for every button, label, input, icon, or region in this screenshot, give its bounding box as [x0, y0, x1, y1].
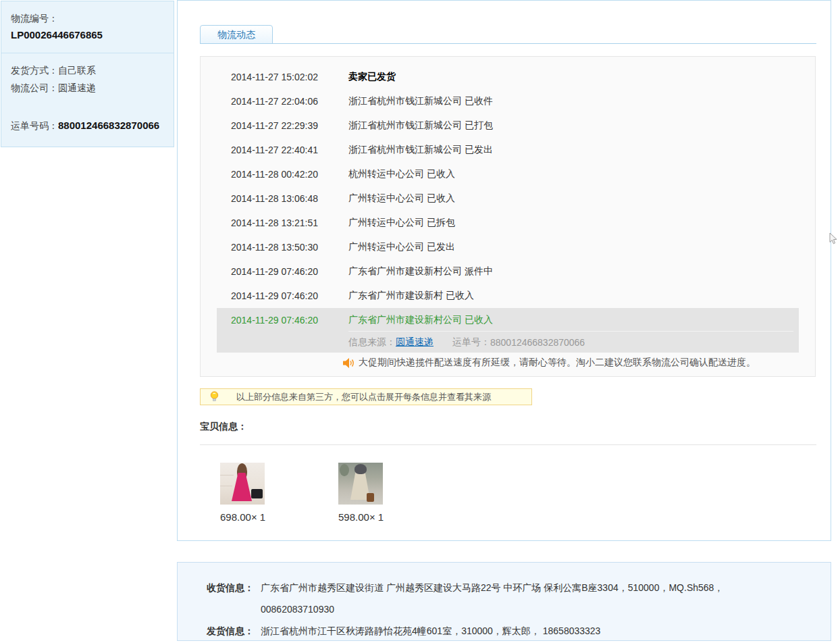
tracking-row[interactable]: 2014-11-28 13:50:30 广州转运中心公司 已发出	[201, 235, 815, 259]
event-status: 浙江省杭州市钱江新城公司 已收件	[348, 95, 493, 107]
event-time: 2014-11-27 22:29:39	[231, 120, 348, 131]
product-price-qty: 598.00× 1	[338, 511, 402, 523]
event-time: 2014-11-28 13:50:30	[231, 242, 348, 253]
event-time: 2014-11-29 07:46:20	[231, 266, 348, 277]
lightbulb-icon	[210, 391, 219, 403]
event-status: 浙江省杭州市钱江新城公司 已打包	[348, 120, 493, 132]
tracking-row[interactable]: 2014-11-27 15:02:02 卖家已发货	[201, 65, 815, 89]
product-price-qty: 698.00× 1	[220, 511, 284, 523]
tracking-row[interactable]: 2014-11-28 13:21:51 广州转运中心公司 已拆包	[201, 211, 815, 235]
third-party-tip-bar: 以上部分信息来自第三方，您可以点击展开每条信息并查看其来源	[200, 388, 532, 405]
product-list: 698.00× 1 598.00× 1	[220, 463, 402, 523]
tracking-row[interactable]: 2014-11-28 00:42:20 杭州转运中心公司 已收入	[201, 162, 815, 186]
logistics-summary-panel: 物流编号： LP00026446676865 发货方式：自己联系 物流公司：圆通…	[1, 1, 174, 147]
event-time: 2014-11-28 00:42:20	[231, 169, 348, 180]
waybill-value: 880012466832870066	[58, 120, 159, 131]
event-time: 2014-11-28 13:21:51	[231, 217, 348, 228]
sender-info-row: 发货信息： 浙江省杭州市江干区秋涛路静怡花苑4幢601室，310000，辉太郎，…	[207, 620, 817, 642]
tracking-row[interactable]: 2014-11-27 22:40:41 浙江省杭州市钱江新城公司 已发出	[201, 138, 815, 162]
source-waybill-value: 880012466832870066	[490, 337, 585, 348]
product-item: 698.00× 1	[220, 463, 284, 523]
event-status: 卖家已发货	[348, 71, 396, 83]
event-time: 2014-11-27 15:02:02	[231, 72, 348, 82]
event-status: 广东省广州市建设新村公司 已收入	[348, 314, 493, 326]
third-party-tip-text: 以上部分信息来自第三方，您可以点击展开每条信息并查看其来源	[236, 391, 491, 403]
items-divider	[200, 444, 816, 445]
tracking-row-latest[interactable]: 2014-11-29 07:46:20 广东省广州市建设新村公司 已收入	[217, 308, 799, 332]
delay-notice: 大促期间快递揽件配送速度有所延缓，请耐心等待。淘小二建议您联系物流公司确认配送进…	[201, 357, 815, 369]
waybill-number: 运单号码：880012466832870066	[11, 117, 164, 134]
address-info-panel: 收货信息： 广东省广州市越秀区建设街道 广州越秀区建设大马路22号 中环广场 保…	[177, 562, 831, 641]
receiver-info-row: 收货信息： 广东省广州市越秀区建设街道 广州越秀区建设大马路22号 中环广场 保…	[207, 577, 817, 620]
event-source-row: 信息来源： 圆通速递 运单号： 880012466832870066	[217, 332, 799, 353]
tab-logistics-updates[interactable]: 物流动态	[200, 25, 273, 44]
source-waybill-label: 运单号：	[452, 336, 490, 349]
items-section-title: 宝贝信息：	[200, 421, 247, 433]
sender-label: 发货信息：	[207, 620, 261, 642]
mouse-cursor-icon	[829, 232, 838, 245]
receiver-label: 收货信息：	[207, 577, 261, 620]
logistics-number-label: 物流编号：	[11, 9, 164, 27]
tracking-row[interactable]: 2014-11-27 22:04:06 浙江省杭州市钱江新城公司 已收件	[201, 89, 815, 113]
event-status: 广州转运中心公司 已收入	[348, 192, 455, 205]
latest-event-highlight: 2014-11-29 07:46:20 广东省广州市建设新村公司 已收入 信息来…	[217, 308, 799, 353]
receiver-line1: 广东省广州市越秀区建设街道 广州越秀区建设大马路22号 中环广场 保利公寓B座3…	[261, 577, 723, 598]
logistics-detail-panel: 物流动态 2014-11-27 15:02:02 卖家已发货 2014-11-2…	[177, 0, 831, 541]
event-status: 广州转运中心公司 已拆包	[348, 217, 455, 229]
tracking-row[interactable]: 2014-11-29 07:46:20 广东省广州市建设新村 已收入	[201, 284, 815, 308]
event-status: 浙江省杭州市钱江新城公司 已发出	[348, 144, 493, 156]
tracking-row[interactable]: 2014-11-29 07:46:20 广东省广州市建设新村公司 派件中	[201, 259, 815, 284]
logistics-number-value: LP00026446676865	[11, 27, 164, 43]
event-time: 2014-11-27 22:04:06	[231, 96, 348, 107]
event-time: 2014-11-28 13:06:48	[231, 193, 348, 204]
source-label: 信息来源：	[348, 336, 396, 349]
event-time: 2014-11-29 07:46:20	[231, 315, 348, 326]
logistics-number-section: 物流编号： LP00026446676865	[1, 1, 174, 53]
tracking-row[interactable]: 2014-11-27 22:29:39 浙江省杭州市钱江新城公司 已打包	[201, 113, 815, 138]
waybill-label: 运单号码：	[11, 120, 58, 131]
logistics-company: 物流公司：圆通速递	[11, 79, 164, 97]
tracking-events-list: 2014-11-27 15:02:02 卖家已发货 2014-11-27 22:…	[200, 56, 816, 377]
product-photo[interactable]	[220, 463, 265, 505]
source-company-link[interactable]: 圆通速递	[396, 336, 434, 349]
product-item: 598.00× 1	[338, 463, 402, 523]
delay-notice-text: 大促期间快递揽件配送速度有所延缓，请耐心等待。淘小二建议您联系物流公司确认配送进…	[359, 357, 756, 369]
event-time: 2014-11-27 22:40:41	[231, 145, 348, 155]
sender-value: 浙江省杭州市江干区秋涛路静怡花苑4幢601室，310000，辉太郎， 18658…	[261, 620, 600, 642]
speaker-icon	[343, 358, 355, 368]
receiver-line2: 00862083710930	[261, 598, 723, 620]
product-photo[interactable]	[338, 463, 383, 505]
ship-method: 发货方式：自己联系	[11, 61, 164, 79]
tracking-row[interactable]: 2014-11-28 13:06:48 广州转运中心公司 已收入	[201, 186, 815, 211]
tab-underline	[200, 43, 816, 44]
event-status: 广州转运中心公司 已发出	[348, 241, 455, 253]
shipping-details-section: 发货方式：自己联系 物流公司：圆通速递 运单号码：880012466832870…	[1, 53, 174, 147]
event-status: 杭州转运中心公司 已收入	[348, 168, 455, 180]
event-time: 2014-11-29 07:46:20	[231, 290, 348, 301]
event-status: 广东省广州市建设新村 已收入	[348, 290, 474, 302]
event-status: 广东省广州市建设新村公司 派件中	[348, 265, 493, 278]
receiver-value: 广东省广州市越秀区建设街道 广州越秀区建设大马路22号 中环广场 保利公寓B座3…	[261, 577, 723, 620]
